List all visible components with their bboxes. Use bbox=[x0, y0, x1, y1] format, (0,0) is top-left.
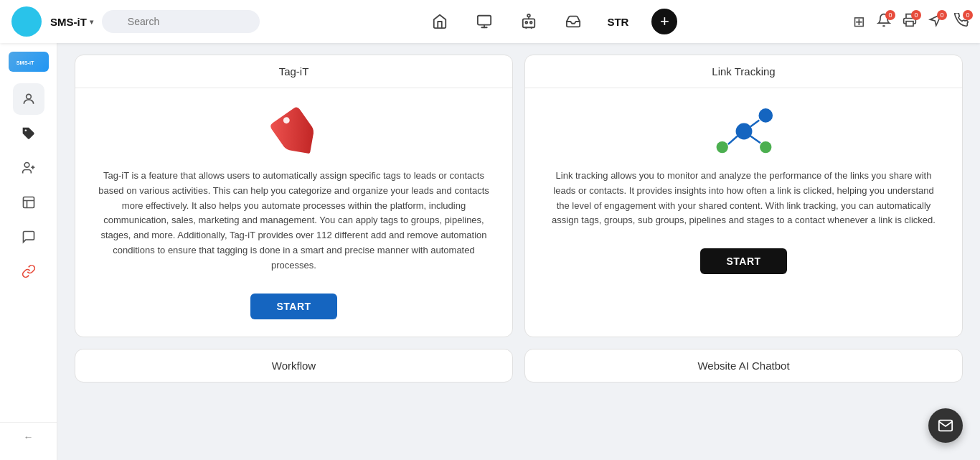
str-label: STR bbox=[607, 16, 628, 28]
megaphone-button[interactable]: 0 bbox=[928, 13, 943, 31]
workflow-card: Workflow bbox=[75, 349, 513, 382]
sidebar-item-contacts[interactable] bbox=[13, 83, 44, 115]
brand-label: SMS-iT bbox=[50, 16, 87, 28]
tag-it-start-button[interactable]: START bbox=[250, 294, 336, 319]
svg-point-18 bbox=[758, 108, 773, 123]
chat-fab-button[interactable] bbox=[928, 408, 963, 443]
left-sidebar: SMS-iT ← bbox=[0, 43, 57, 460]
print-button[interactable]: 0 bbox=[903, 13, 917, 31]
top-navigation: SMS-iT ▾ 🔍 STR + ⊞ 0 0 bbox=[0, 0, 980, 43]
svg-rect-14 bbox=[23, 197, 34, 208]
feature-cards-row: Tag-iT bbox=[75, 55, 963, 337]
tag-it-title: Tag-iT bbox=[279, 65, 309, 78]
megaphone-badge: 0 bbox=[937, 10, 947, 20]
svg-line-21 bbox=[750, 120, 759, 126]
sidebar-logo[interactable]: SMS-iT bbox=[9, 52, 49, 72]
svg-rect-3 bbox=[523, 19, 535, 27]
main-content: Tag-iT bbox=[57, 43, 980, 460]
svg-rect-0 bbox=[478, 16, 491, 25]
workflow-title: Workflow bbox=[272, 360, 316, 372]
svg-text:SMS-iT: SMS-iT bbox=[16, 60, 34, 66]
inbox-nav-button[interactable] bbox=[562, 11, 584, 32]
sidebar-item-messages[interactable] bbox=[13, 221, 44, 253]
svg-point-9 bbox=[26, 94, 31, 99]
monitor-nav-button[interactable] bbox=[473, 11, 495, 32]
add-button[interactable]: + bbox=[651, 9, 677, 34]
search-input[interactable] bbox=[102, 10, 260, 33]
bell-badge: 0 bbox=[885, 10, 895, 20]
tag-it-icon bbox=[265, 103, 323, 160]
tag-it-card: Tag-iT bbox=[75, 55, 513, 337]
tag-it-desc-text: Tag-iT is a feature that allows users to… bbox=[98, 170, 489, 271]
website-ai-chatbot-card: Website AI Chatbot bbox=[524, 349, 963, 382]
main-layout: SMS-iT ← Tag-iT bbox=[0, 43, 980, 460]
tag-it-card-header: Tag-iT bbox=[75, 55, 512, 88]
nav-right-icons: ⊞ 0 0 0 0 bbox=[853, 13, 969, 31]
grid-icon[interactable]: ⊞ bbox=[853, 13, 865, 30]
search-wrapper: 🔍 bbox=[102, 10, 260, 33]
svg-point-17 bbox=[716, 141, 727, 153]
svg-point-19 bbox=[760, 141, 771, 153]
phone-button[interactable]: 0 bbox=[954, 13, 969, 31]
phone-badge: 0 bbox=[963, 10, 973, 20]
svg-point-11 bbox=[24, 163, 29, 168]
link-tracking-title: Link Tracking bbox=[712, 65, 775, 78]
home-nav-button[interactable] bbox=[429, 11, 451, 32]
collapse-icon: ← bbox=[24, 431, 34, 443]
link-tracking-card-header: Link Tracking bbox=[525, 55, 962, 88]
link-tracking-card: Link Tracking bbox=[524, 55, 963, 337]
brand-avatar bbox=[11, 6, 42, 37]
nav-center: STR + bbox=[268, 9, 839, 34]
svg-line-20 bbox=[727, 136, 737, 144]
sidebar-collapse-button[interactable]: ← bbox=[0, 422, 57, 451]
tag-it-description: Tag-iT is a feature that allows users to… bbox=[75, 169, 512, 288]
link-tracking-icon-area bbox=[712, 88, 776, 169]
tag-it-icon-area bbox=[265, 88, 323, 169]
svg-rect-6 bbox=[906, 21, 913, 26]
svg-line-22 bbox=[750, 136, 760, 144]
brand-chevron-icon: ▾ bbox=[90, 18, 93, 26]
brand-name[interactable]: SMS-iT ▾ bbox=[50, 16, 93, 28]
print-badge: 0 bbox=[911, 10, 921, 20]
bottom-cards-row: Workflow Website AI Chatbot bbox=[75, 349, 963, 382]
link-tracking-start-button[interactable]: START bbox=[700, 248, 786, 274]
website-ai-chatbot-title: Website AI Chatbot bbox=[697, 360, 789, 372]
svg-point-10 bbox=[24, 130, 27, 132]
svg-point-5 bbox=[530, 22, 532, 24]
robot-nav-button[interactable] bbox=[518, 11, 540, 32]
link-tracking-icon bbox=[712, 103, 776, 160]
sidebar-item-user-plus[interactable] bbox=[13, 152, 44, 184]
svg-point-16 bbox=[735, 123, 752, 140]
sidebar-item-links[interactable] bbox=[13, 255, 44, 287]
link-tracking-desc-text: Link tracking allows you to monitor and … bbox=[552, 170, 936, 225]
svg-point-4 bbox=[526, 22, 528, 24]
notification-bell-button[interactable]: 0 bbox=[877, 13, 891, 31]
sidebar-item-analytics[interactable] bbox=[13, 187, 44, 218]
sidebar-item-tags[interactable] bbox=[13, 118, 44, 149]
link-tracking-description: Link tracking allows you to monitor and … bbox=[525, 169, 962, 243]
